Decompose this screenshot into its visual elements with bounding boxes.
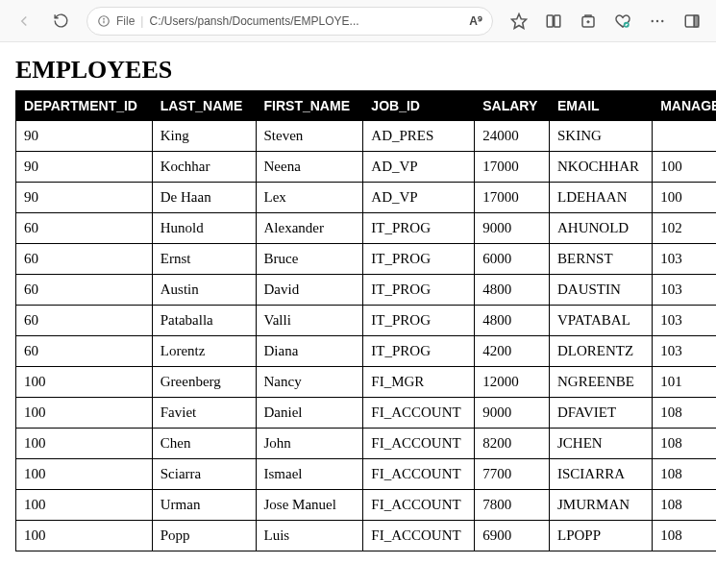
cell-manager_id: 100 <box>653 152 716 183</box>
cell-first_name: Daniel <box>256 398 363 429</box>
cell-email: DLORENTZ <box>550 336 653 367</box>
cell-manager_id: 101 <box>653 367 716 398</box>
cell-salary: 4800 <box>475 306 550 336</box>
refresh-button[interactable] <box>44 6 77 37</box>
cell-job_id: IT_PROG <box>363 336 475 367</box>
table-row: 100ChenJohnFI_ACCOUNT8200JCHEN108 <box>16 429 717 459</box>
svg-point-8 <box>652 19 654 21</box>
cell-job_id: FI_ACCOUNT <box>363 398 475 429</box>
cell-last_name: Austin <box>152 275 256 306</box>
split-screen-button[interactable] <box>537 6 570 37</box>
page-title: EMPLOYEES <box>15 56 701 85</box>
cell-last_name: Sciarra <box>152 459 256 490</box>
employees-table: DEPARTMENT_IDLAST_NAMEFIRST_NAMEJOB_IDSA… <box>15 90 716 551</box>
cell-salary: 12000 <box>475 367 550 398</box>
more-button[interactable] <box>641 6 674 37</box>
svg-point-2 <box>104 18 105 19</box>
cell-manager_id: 103 <box>653 244 716 275</box>
cell-department_id: 100 <box>16 490 153 521</box>
cell-department_id: 60 <box>16 244 153 275</box>
table-row: 100PoppLuisFI_ACCOUNT6900LPOPP108 <box>16 521 717 551</box>
toolbar-actions <box>503 6 708 37</box>
cell-last_name: Ernst <box>152 244 256 275</box>
cell-email: SKING <box>550 121 653 152</box>
column-header: JOB_ID <box>363 91 475 121</box>
cell-first_name: Valli <box>256 306 363 336</box>
split-icon <box>545 12 562 30</box>
cell-manager_id: 108 <box>653 398 716 429</box>
cell-last_name: Lorentz <box>152 336 256 367</box>
cell-email: AHUNOLD <box>550 213 653 244</box>
table-row: 90KingStevenAD_PRES24000SKING <box>16 121 717 152</box>
cell-first_name: David <box>256 275 363 306</box>
reader-mode-badge[interactable]: A⁹ <box>469 14 482 28</box>
collections-button[interactable] <box>572 6 605 37</box>
table-row: 60HunoldAlexanderIT_PROG9000AHUNOLD102 <box>16 213 717 244</box>
cell-last_name: Greenberg <box>152 367 256 398</box>
cell-email: NKOCHHAR <box>550 152 653 183</box>
favorite-button[interactable] <box>503 6 535 37</box>
star-icon <box>510 12 528 30</box>
sidebar-button[interactable] <box>676 6 708 37</box>
cell-email: DAUSTIN <box>550 275 653 306</box>
cell-manager_id: 103 <box>653 306 716 336</box>
cell-job_id: FI_ACCOUNT <box>363 490 475 521</box>
cell-first_name: Lex <box>256 183 363 213</box>
cell-department_id: 100 <box>16 521 153 551</box>
content-viewport: EMPLOYEES DEPARTMENT_IDLAST_NAMEFIRST_NA… <box>0 42 716 588</box>
cell-last_name: Faviet <box>152 398 256 429</box>
cell-email: LPOPP <box>550 521 653 551</box>
cell-last_name: Popp <box>152 521 256 551</box>
heart-check-icon <box>614 12 631 30</box>
table-row: 100GreenbergNancyFI_MGR12000NGREENBE101 <box>16 367 717 398</box>
table-body: 90KingStevenAD_PRES24000SKING90KochharNe… <box>16 121 717 551</box>
cell-email: JCHEN <box>550 429 653 459</box>
table-row: 60LorentzDianaIT_PROG4200DLORENTZ103 <box>16 336 717 367</box>
cell-manager_id <box>653 121 716 152</box>
extension-button[interactable] <box>606 6 639 37</box>
cell-email: NGREENBE <box>550 367 653 398</box>
url-scheme-label: File <box>116 14 135 28</box>
cell-job_id: AD_PRES <box>363 121 475 152</box>
cell-manager_id: 108 <box>653 521 716 551</box>
dots-icon <box>649 12 666 30</box>
panel-right-icon <box>683 12 701 30</box>
back-button[interactable] <box>8 6 40 37</box>
cell-salary: 8200 <box>475 429 550 459</box>
cell-job_id: IT_PROG <box>363 306 475 336</box>
cell-department_id: 60 <box>16 213 153 244</box>
collections-icon <box>580 12 597 30</box>
column-header: SALARY <box>475 91 550 121</box>
cell-manager_id: 108 <box>653 490 716 521</box>
cell-first_name: Neena <box>256 152 363 183</box>
table-row: 60AustinDavidIT_PROG4800DAUSTIN103 <box>16 275 717 306</box>
cell-manager_id: 103 <box>653 275 716 306</box>
scroll-container[interactable]: EMPLOYEES DEPARTMENT_IDLAST_NAMEFIRST_NA… <box>0 42 716 588</box>
table-row: 90KochharNeenaAD_VP17000NKOCHHAR100 <box>16 152 717 183</box>
cell-first_name: Diana <box>256 336 363 367</box>
cell-department_id: 100 <box>16 459 153 490</box>
cell-first_name: Nancy <box>256 367 363 398</box>
column-header: EMAIL <box>550 91 653 121</box>
table-row: 100SciarraIsmaelFI_ACCOUNT7700ISCIARRA10… <box>16 459 717 490</box>
table-row: 60ErnstBruceIT_PROG6000BERNST103 <box>16 244 717 275</box>
cell-salary: 7700 <box>475 459 550 490</box>
cell-email: VPATABAL <box>550 306 653 336</box>
table-header: DEPARTMENT_IDLAST_NAMEFIRST_NAMEJOB_IDSA… <box>16 91 717 121</box>
cell-job_id: IT_PROG <box>363 244 475 275</box>
column-header: LAST_NAME <box>152 91 256 121</box>
cell-salary: 9000 <box>475 398 550 429</box>
cell-last_name: Chen <box>152 429 256 459</box>
address-bar[interactable]: File | C:/Users/pansh/Documents/EMPLOYE.… <box>86 7 493 36</box>
cell-manager_id: 103 <box>653 336 716 367</box>
cell-email: JMURMAN <box>550 490 653 521</box>
cell-job_id: FI_ACCOUNT <box>363 429 475 459</box>
table-row: 90De HaanLexAD_VP17000LDEHAAN100 <box>16 183 717 213</box>
svg-rect-13 <box>694 15 699 27</box>
cell-email: BERNST <box>550 244 653 275</box>
cell-job_id: IT_PROG <box>363 213 475 244</box>
cell-salary: 4800 <box>475 275 550 306</box>
cell-first_name: Bruce <box>256 244 363 275</box>
cell-first_name: Steven <box>256 121 363 152</box>
svg-point-10 <box>661 19 663 21</box>
